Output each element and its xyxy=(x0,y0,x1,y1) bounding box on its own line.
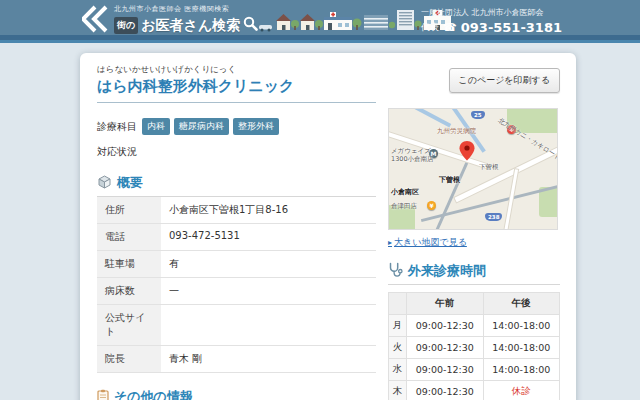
am-cell: 09:00-12:30 xyxy=(407,381,484,400)
table-row: 木09:00-12:30休診 xyxy=(389,381,560,400)
route-shield: 238 xyxy=(485,213,502,221)
am-column-header: 午前 xyxy=(407,293,484,315)
tree-icon xyxy=(353,19,362,31)
field-label: 病床数 xyxy=(97,278,161,305)
field-value: 小倉南区下曽根1丁目8-16 xyxy=(161,197,376,224)
pm-cell: 14:00-18:00 xyxy=(483,359,560,381)
status-label: 対応状況 xyxy=(97,145,376,159)
header-association-name: 一般社団法人 北九州市小倉医師会 xyxy=(421,7,562,18)
table-row: 水09:00-12:3014:00-18:00 xyxy=(389,359,560,381)
route-shield: 25 xyxy=(471,111,485,119)
site-title: お医者さん検索 xyxy=(141,17,240,35)
table-header-row: 午前 午後 xyxy=(389,293,560,315)
house-icon xyxy=(300,14,315,30)
tree-icon xyxy=(389,22,395,28)
map-label: 九州労災病院 xyxy=(437,127,476,136)
table-row: 月09:00-12:3014:00-18:00 xyxy=(389,315,560,337)
table-row: 電話093-472-5131 xyxy=(97,224,376,251)
machi-badge: 街の xyxy=(114,17,138,34)
clipboard-icon xyxy=(97,389,109,400)
day-cell: 月 xyxy=(389,315,407,337)
departments-label: 診療科目 xyxy=(97,120,137,134)
pm-column-header: 午後 xyxy=(483,293,560,315)
pm-cell-closed: 休診 xyxy=(483,381,560,400)
car-icon xyxy=(259,25,272,32)
content-card: はらないかせいけいげかくりにっく はら内科整形外科クリニック 診療科目 内科 糖… xyxy=(80,53,576,400)
map-label: 小倉南区 xyxy=(391,187,419,197)
view-larger-map-link[interactable]: ▸大きい地図で見る xyxy=(388,236,560,249)
table-row: 駐車場有 xyxy=(97,251,376,278)
phone-icon: ☎ xyxy=(443,21,457,34)
map-label: 倉津田店 xyxy=(391,202,417,211)
field-label: 住所 xyxy=(97,197,161,224)
day-cell: 火 xyxy=(389,337,407,359)
site-header: 北九州市小倉医師会 医療機関検索 街の お医者さん検索 xyxy=(0,0,640,43)
magnifier-icon xyxy=(243,16,258,35)
clinic-name-furigana: はらないかせいけいげかくりにっく xyxy=(97,64,376,76)
tree-icon xyxy=(315,20,323,30)
office-building-icon xyxy=(397,10,414,30)
tree-icon xyxy=(291,20,299,30)
field-value xyxy=(161,305,376,346)
house-icon xyxy=(276,14,291,30)
clinic-name: はら内科整形外科クリニック xyxy=(97,77,376,103)
other-info-heading: その他の情報 xyxy=(97,388,376,400)
day-cell: 水 xyxy=(389,359,407,381)
department-tag: 整形外科 xyxy=(233,118,279,135)
map-label: 下曽根 xyxy=(479,163,499,172)
table-row: 院長青木 剛 xyxy=(97,346,376,373)
field-label: 院長 xyxy=(97,346,161,373)
clinic-building-icon xyxy=(324,12,352,30)
field-value: — xyxy=(161,278,376,305)
overview-table: 住所小倉南区下曽根1丁目8-16 電話093-472-5131 駐車場有 病床数… xyxy=(97,197,376,373)
department-tag: 内科 xyxy=(142,118,170,135)
header-phone-number: 093-551-3181 xyxy=(461,20,562,35)
pm-cell: 14:00-18:00 xyxy=(483,315,560,337)
field-label: 電話 xyxy=(97,224,161,251)
am-cell: 09:00-12:30 xyxy=(407,359,484,381)
field-value: 093-472-5131 xyxy=(161,224,376,251)
table-row: 公式サイト xyxy=(97,305,376,346)
map-label: 1300小倉南店 xyxy=(391,155,434,164)
table-row: 住所小倉南区下曽根1丁目8-16 xyxy=(97,197,376,224)
header-org-text: 北九州市小倉医師会 医療機関検索 xyxy=(114,4,258,14)
link-bullet-icon: ▸ xyxy=(388,238,392,247)
map-label: 下曽根 xyxy=(439,175,460,185)
field-value: 有 xyxy=(161,251,376,278)
tel-caption: 代表 xyxy=(421,21,439,34)
overview-heading: 概要 xyxy=(97,174,376,197)
field-label: 駐車場 xyxy=(97,251,161,278)
hours-heading: 外来診療時間 xyxy=(388,262,560,285)
clinic-location-map[interactable]: 25 238 + 九州労災病院 M メガウェイズ 1300小倉南店 下曽根 下曽… xyxy=(388,108,558,230)
shop-poi-icon: ¥ xyxy=(427,201,436,210)
header-contact: 一般社団法人 北九州市小倉医師会 代表 ☎ 093-551-3181 xyxy=(421,7,562,35)
print-page-button[interactable]: このページを印刷する xyxy=(449,68,560,93)
am-cell: 09:00-12:30 xyxy=(407,315,484,337)
k-mark-icon xyxy=(82,4,108,38)
location-pin-icon xyxy=(459,141,475,165)
stethoscope-icon xyxy=(388,262,403,280)
day-cell: 木 xyxy=(389,381,407,400)
site-logo[interactable]: 北九州市小倉医師会 医療機関検索 街の お医者さん検索 xyxy=(82,4,258,38)
pm-cell: 14:00-18:00 xyxy=(483,337,560,359)
hours-table: 午前 午後 月09:00-12:3014:00-18:00 火09:00-12:… xyxy=(388,292,560,400)
table-row: 病床数— xyxy=(97,278,376,305)
overview-icon xyxy=(97,175,112,192)
am-cell: 09:00-12:30 xyxy=(407,337,484,359)
map-river xyxy=(388,108,451,128)
field-value: 青木 剛 xyxy=(161,346,376,373)
table-row: 火09:00-12:3014:00-18:00 xyxy=(389,337,560,359)
day-column-header xyxy=(389,293,407,315)
field-label: 公式サイト xyxy=(97,305,161,346)
office-building-icon xyxy=(364,15,388,30)
department-tag: 糖尿病内科 xyxy=(174,118,229,135)
